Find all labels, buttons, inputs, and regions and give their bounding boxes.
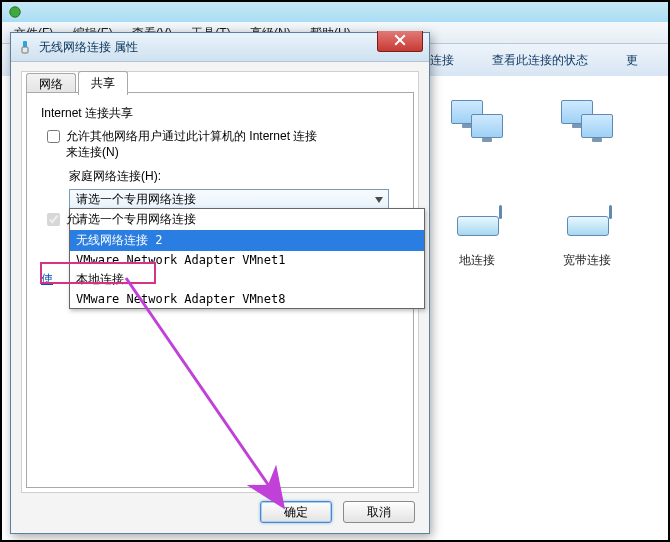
cancel-button[interactable]: 取消 — [343, 501, 415, 523]
combo-value: 请选一个专用网络连接 — [76, 191, 196, 208]
tab-panel-sharing: Internet 连接共享 允许其他网络用户通过此计算机的 Internet 连… — [26, 92, 414, 488]
close-button[interactable] — [377, 31, 423, 52]
ok-button[interactable]: 确定 — [260, 501, 332, 523]
dialog-buttons: 确定 取消 — [252, 501, 415, 523]
tab-strip: 网络 共享 — [26, 70, 127, 92]
allow-sharing-checkbox[interactable] — [47, 130, 60, 143]
connection-item[interactable]: 地连接 — [432, 186, 522, 269]
svg-point-0 — [10, 7, 21, 18]
system-icon — [8, 5, 22, 19]
dialog-body: 网络 共享 Internet 连接共享 允许其他网络用户通过此计算机的 Inte… — [21, 71, 419, 493]
svg-rect-1 — [23, 41, 27, 47]
connection-item[interactable] — [652, 96, 670, 162]
connection-label: 无 — [652, 252, 670, 269]
connection-item[interactable] — [542, 96, 632, 162]
ics-help-link[interactable]: 使 — [41, 272, 53, 286]
home-connection-combo[interactable]: 请选一个专用网络连接 — [69, 189, 389, 209]
chevron-down-icon — [371, 192, 386, 207]
modem-icon — [557, 186, 617, 246]
network-icon — [447, 96, 507, 156]
window-frame-top — [2, 2, 668, 23]
dropdown-option-selected[interactable]: 无线网络连接 2 — [70, 230, 424, 251]
allow-control-checkbox — [47, 213, 60, 226]
cmd-more[interactable]: 更 — [616, 49, 648, 71]
tab-sharing[interactable]: 共享 — [78, 71, 128, 95]
close-icon — [394, 34, 406, 49]
connection-item[interactable]: 宽带连接 — [542, 186, 632, 269]
network-icon — [557, 96, 617, 156]
group-title: Internet 连接共享 — [41, 105, 399, 122]
allow-sharing-label: 允许其他网络用户通过此计算机的 Internet 连接 来连接(N) — [66, 128, 317, 160]
dialog-titlebar[interactable]: 无线网络连接 属性 — [11, 33, 429, 62]
modem-icon — [447, 186, 507, 246]
connection-item[interactable] — [432, 96, 522, 162]
home-connection-label: 家庭网络连接(H): — [69, 168, 399, 185]
dropdown-option[interactable]: VMware Network Adapter VMnet1 — [70, 251, 424, 269]
connection-label: 宽带连接 — [542, 252, 632, 269]
svg-rect-2 — [22, 47, 28, 53]
dropdown-option[interactable]: VMware Network Adapter VMnet8 — [70, 290, 424, 308]
dropdown-option[interactable]: 本地连接 — [70, 269, 424, 290]
allow-control-label: 允 — [66, 211, 78, 227]
dialog-title: 无线网络连接 属性 — [39, 39, 138, 56]
connection-label: 地连接 — [432, 252, 522, 269]
cmd-view-status[interactable]: 查看此连接的状态 — [482, 49, 598, 71]
properties-dialog: 无线网络连接 属性 网络 共享 Internet 连接共享 允许其他网络用户通过… — [10, 32, 430, 534]
wifi-icon — [17, 39, 33, 55]
connection-item[interactable]: 无 — [652, 186, 670, 269]
